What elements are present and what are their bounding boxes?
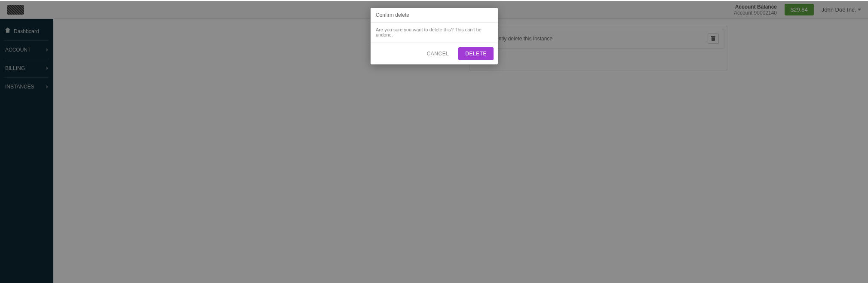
modal-footer: CANCEL DELETE [371,43,498,64]
modal-title: Confirm delete [371,8,498,23]
modal-body-text: Are you sure you want to delete this? Th… [371,23,498,43]
delete-button[interactable]: DELETE [458,47,494,60]
confirm-delete-modal: Confirm delete Are you sure you want to … [371,8,498,64]
cancel-button[interactable]: CANCEL [422,47,454,60]
